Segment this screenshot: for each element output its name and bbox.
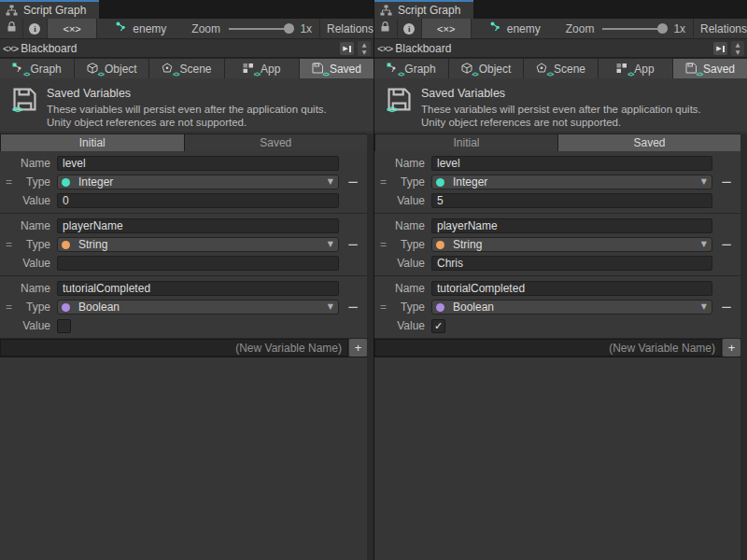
spinner-down-icon[interactable]: ▼ (362, 49, 367, 56)
relations-button[interactable]: Relations (694, 22, 747, 35)
tab-graph[interactable]: <> Graph (374, 59, 448, 78)
graph-breadcrumb[interactable]: enemy (490, 21, 541, 35)
variable-value-checkbox[interactable] (57, 319, 71, 333)
tab-saved-state[interactable]: Saved (558, 134, 740, 151)
remove-variable-button[interactable]: − (345, 173, 360, 191)
graph-node-icon (490, 21, 502, 35)
variable-row: Name = Type String ▼ − Value (374, 214, 740, 276)
window-tab-strip: Script Graph (374, 0, 747, 19)
variable-type-dropdown[interactable]: String ▼ (57, 237, 339, 252)
tab-app[interactable]: <> App (225, 59, 299, 78)
scroll-spinner[interactable]: ▲ ▼ (358, 41, 371, 56)
variable-type-dropdown[interactable]: Integer ▼ (57, 175, 339, 189)
tab-graph[interactable]: <> Graph (0, 59, 74, 78)
variable-value-input[interactable] (431, 256, 712, 271)
remove-variable-button[interactable]: − (719, 298, 734, 316)
type-color-dot (62, 303, 70, 312)
tab-saved[interactable]: <> Saved (673, 59, 747, 78)
tab-saved-state[interactable]: Saved (185, 134, 368, 151)
drag-handle-icon[interactable]: = (6, 238, 12, 251)
variables-icon: <×> (437, 23, 455, 35)
saved-tab-icon: <> (312, 63, 325, 75)
info-description-line1: These variables will persist even after … (47, 103, 327, 116)
zoom-slider[interactable] (229, 28, 294, 30)
variable-value-checkbox[interactable]: ✓ (431, 319, 445, 333)
variable-name-input[interactable] (57, 281, 339, 296)
spinner-up-icon[interactable]: ▲ (362, 41, 367, 49)
spinner-up-icon[interactable]: ▲ (736, 41, 740, 49)
drag-handle-icon[interactable]: = (6, 175, 12, 189)
relations-button[interactable]: Relations (320, 22, 374, 35)
tab-label: Saved (330, 63, 361, 76)
dock-icon[interactable]: ▶ (713, 42, 727, 55)
variable-type-dropdown[interactable]: Integer ▼ (431, 175, 712, 189)
add-variable-button[interactable]: + (723, 339, 740, 357)
type-color-dot (436, 178, 444, 187)
blackboard-header: <×> Blackboard ▶ ▲ ▼ (0, 39, 374, 58)
saved-tab-icon: <> (685, 63, 698, 75)
tab-label: App (634, 63, 654, 76)
spinner-down-icon[interactable]: ▼ (736, 49, 740, 56)
object-tab-icon: <> (87, 63, 100, 75)
window-tab-script-graph[interactable]: Script Graph (374, 0, 473, 19)
lock-button[interactable] (374, 19, 398, 39)
scroll-spinner[interactable]: ▲ ▼ (731, 41, 744, 56)
tab-object[interactable]: <> Object (449, 59, 523, 78)
tab-initial[interactable]: Initial (375, 134, 557, 151)
type-value: String (78, 238, 107, 251)
drag-handle-icon[interactable]: = (380, 301, 387, 314)
tab-label: Object (479, 63, 512, 76)
tab-initial[interactable]: Initial (1, 134, 184, 151)
name-label: Name (0, 282, 50, 295)
tab-scene[interactable]: <> Scene (524, 59, 598, 78)
variable-value-input[interactable] (431, 193, 712, 208)
window-tab-script-graph[interactable]: Script Graph (0, 0, 99, 19)
remove-variable-button[interactable]: − (345, 235, 360, 254)
variable-value-input[interactable] (57, 256, 339, 271)
window-tab-label: Script Graph (398, 4, 460, 17)
lock-button[interactable] (0, 19, 23, 39)
variables-toggle-button[interactable]: <×> (48, 19, 97, 39)
variable-type-dropdown[interactable]: Boolean ▼ (57, 300, 339, 315)
variable-name-input[interactable] (431, 281, 712, 296)
remove-variable-button[interactable]: − (719, 235, 734, 254)
drag-handle-icon[interactable]: = (380, 175, 387, 189)
tab-app[interactable]: <> App (599, 59, 672, 78)
variables-toggle-button[interactable]: <×> (422, 19, 472, 39)
remove-variable-button[interactable]: − (719, 173, 734, 191)
variable-name-input[interactable] (57, 156, 339, 171)
tab-saved[interactable]: <> Saved (300, 59, 374, 78)
info-button[interactable]: i (23, 19, 48, 39)
variable-scope-tabs: <> Graph <> Object <> Scene <> App <> Sa… (374, 58, 747, 78)
type-value: Boolean (78, 301, 120, 314)
tab-label: App (261, 63, 280, 76)
value-label: Value (374, 257, 425, 270)
graph-breadcrumb[interactable]: enemy (116, 21, 166, 35)
tab-scene[interactable]: <> Scene (149, 59, 223, 78)
tab-object[interactable]: <> Object (75, 59, 148, 78)
variable-name-input[interactable] (57, 218, 339, 233)
drag-handle-icon[interactable]: = (6, 301, 12, 314)
scene-tab-icon: <> (162, 63, 175, 75)
add-variable-button[interactable]: + (349, 339, 367, 357)
zoom-slider-knob[interactable] (284, 23, 294, 34)
variables-icon: <×> (3, 43, 18, 54)
dock-icon[interactable]: ▶ (340, 42, 354, 55)
drag-handle-icon[interactable]: = (380, 238, 387, 251)
graph-breadcrumb-label: enemy (133, 22, 166, 35)
variable-value-input[interactable] (57, 193, 339, 208)
info-text: Saved Variables These variables will per… (47, 87, 327, 132)
name-label: Name (374, 219, 425, 232)
variable-name-input[interactable] (431, 156, 712, 171)
graph-node-icon (116, 21, 128, 35)
info-button[interactable]: i (398, 19, 422, 39)
zoom-slider[interactable] (602, 28, 668, 30)
new-variable-name-input[interactable] (374, 339, 722, 357)
zoom-slider-knob[interactable] (657, 23, 668, 34)
variable-name-input[interactable] (431, 218, 712, 233)
new-variable-name-input[interactable] (0, 339, 348, 357)
chevron-down-icon: ▼ (701, 303, 707, 311)
variable-type-dropdown[interactable]: String ▼ (431, 237, 712, 252)
remove-variable-button[interactable]: − (345, 298, 360, 316)
variable-type-dropdown[interactable]: Boolean ▼ (431, 300, 712, 315)
